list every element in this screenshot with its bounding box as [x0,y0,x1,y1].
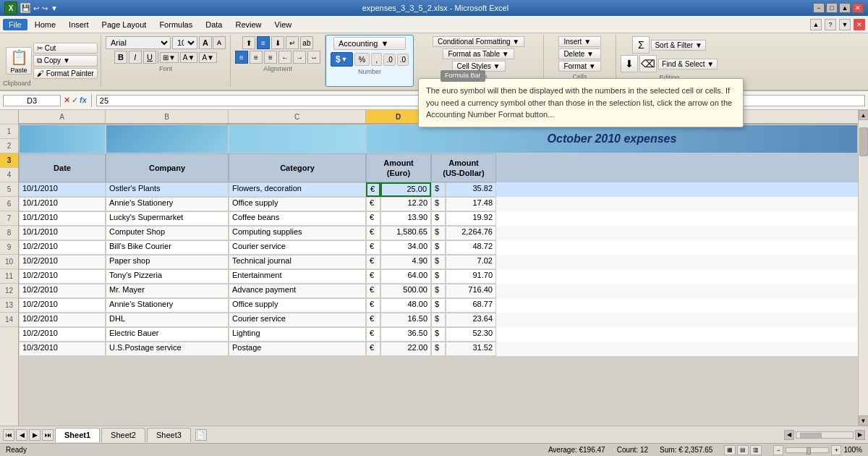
next-sheet-btn[interactable]: ▶ [29,429,41,441]
cell-e5[interactable]: 19.92 [446,211,496,226]
zoom-in-btn[interactable]: + [831,445,841,455]
page-break-view-btn[interactable]: ▥ [750,445,762,455]
ribbon-close-btn[interactable]: ✕ [854,19,865,30]
cell-d-euro-13[interactable]: € [366,327,380,342]
h-scroll-thumb[interactable] [800,433,822,439]
cell-c7[interactable]: Courier service [229,240,366,255]
undo-btn[interactable]: ↩ [33,4,39,12]
page-layout-menu[interactable]: Page Layout [96,19,153,30]
cell-b10[interactable]: Mr. Mayer [106,284,229,298]
autosum-btn[interactable]: Σ [632,36,650,54]
cell-e6[interactable]: 2,264.76 [446,226,496,240]
cell-a10[interactable]: 10/2/2010 [19,284,106,298]
cell-e-dollar-14[interactable]: $ [431,342,446,356]
orientation-btn[interactable]: ab [300,36,313,49]
cell-c12[interactable]: Courier service [229,313,366,327]
file-menu[interactable]: File [3,19,27,30]
cell-a4[interactable]: 10/1/2010 [19,197,106,211]
cell-e-dollar-4[interactable]: $ [431,197,446,211]
font-size-select[interactable]: 10 [172,36,197,49]
border-btn[interactable]: ⊞▼ [160,52,179,63]
cell-b7[interactable]: Bill's Bike Courier [106,240,229,255]
cell-d-euro-9[interactable]: € [366,269,380,284]
align-center-btn[interactable]: ≡ [250,51,263,64]
format-painter-btn[interactable]: 🖌 Format Painter [33,68,98,79]
cell-d10[interactable]: 500.00 [380,284,431,298]
cell-a5[interactable]: 10/1/2010 [19,211,106,226]
cell-a12[interactable]: 10/2/2010 [19,313,106,327]
increase-size-btn[interactable]: A [199,36,212,49]
cell-d-euro-14[interactable]: € [366,342,380,356]
merge-center-btn[interactable]: ↔ [307,51,320,64]
cell-e9[interactable]: 91.70 [446,269,496,284]
cell-e13[interactable]: 52.30 [446,327,496,342]
help-up-btn[interactable]: ▲ [810,19,822,30]
cell-a3[interactable]: 10/1/2010 [19,182,106,197]
zoom-slider-thumb[interactable] [807,447,811,455]
clear-btn[interactable]: ⌫ [639,55,657,72]
cell-b9[interactable]: Tony's Pizzeria [106,269,229,284]
header-category[interactable]: Category [229,153,366,182]
zoom-out-btn[interactable]: − [773,445,783,455]
insert-menu[interactable]: Insert [63,19,95,30]
cell-title-merged[interactable]: October 2010 expenses [366,124,858,153]
cell-d-euro-8[interactable]: € [366,255,380,269]
scroll-up-btn[interactable]: ▲ [859,110,869,120]
cell-e-dollar-12[interactable]: $ [431,313,446,327]
cell-e-dollar-6[interactable]: $ [431,226,446,240]
cell-b14[interactable]: U.S.Postage service [106,342,229,356]
cell-b5[interactable]: Lucky's Supermarket [106,211,229,226]
align-bottom-btn[interactable]: ⬇ [271,36,284,49]
cell-a11[interactable]: 10/2/2010 [19,298,106,313]
cell-e-dollar-13[interactable]: $ [431,327,446,342]
cell-d4[interactable]: 12.20 [380,197,431,211]
cell-d-euro-3[interactable]: € [366,182,380,197]
cell-d-euro-11[interactable]: € [366,298,380,313]
prev-sheet-btn[interactable]: ◀ [16,429,27,441]
cell-c3[interactable]: Flowers, decoration [229,182,366,197]
insert-function-icon[interactable]: fx [80,96,87,105]
cell-a9[interactable]: 10/2/2010 [19,269,106,284]
insert-sheet-btn[interactable]: 📄 [195,429,207,441]
cell-d-euro-6[interactable]: € [366,226,380,240]
cell-c6[interactable]: Computing supplies [229,226,366,240]
font-color-btn[interactable]: A▼ [199,52,217,63]
cell-a7[interactable]: 10/2/2010 [19,240,106,255]
cell-e7[interactable]: 48.72 [446,240,496,255]
formulas-menu[interactable]: Formulas [153,19,198,30]
cell-e-dollar-10[interactable]: $ [431,284,446,298]
cell-c8[interactable]: Technical journal [229,255,366,269]
col-a-header[interactable]: A [19,110,106,123]
cell-e14[interactable]: 31.52 [446,342,496,356]
format-cells-btn[interactable]: Format ▼ [558,61,600,72]
comma-btn[interactable]: , [371,53,382,66]
col-b-header[interactable]: B [106,110,229,123]
dollar-format-btn[interactable]: $ ▼ [331,52,353,67]
view-menu[interactable]: View [269,19,298,30]
cell-e10[interactable]: 716.40 [446,284,496,298]
cell-e-dollar-11[interactable]: $ [431,298,446,313]
col-c-header[interactable]: C [229,110,366,123]
header-amount-euro[interactable]: Amount(Euro) [366,153,431,182]
paste-btn[interactable]: 📋Paste [6,47,32,75]
delete-cells-btn[interactable]: Delete ▼ [558,48,600,59]
underline-btn[interactable]: U [143,51,156,64]
help-down-btn[interactable]: ▼ [839,19,851,30]
cell-d12[interactable]: 16.50 [380,313,431,327]
decrease-size-btn[interactable]: A [213,36,226,49]
cell-e12[interactable]: 23.64 [446,313,496,327]
cell-e-dollar-5[interactable]: $ [431,211,446,226]
cell-c4[interactable]: Office supply [229,197,366,211]
accounting-dropdown[interactable]: Accounting ▼ [333,37,406,50]
align-right-btn[interactable]: ≡ [264,51,277,64]
cell-d-euro-12[interactable]: € [366,313,380,327]
scroll-right-btn[interactable]: ▶ [855,430,865,440]
fill-btn[interactable]: ⬇ [621,55,638,72]
header-amount-usd[interactable]: Amount(US-Dollar) [431,153,496,182]
increase-decimal-btn[interactable]: .0 [383,54,395,66]
cell-d-euro-4[interactable]: € [366,197,380,211]
maximize-btn[interactable]: ▲ [839,3,851,13]
cell-b3[interactable]: Ostler's Plants [106,182,229,197]
cell-d9[interactable]: 64.00 [380,269,431,284]
cell-e4[interactable]: 17.48 [446,197,496,211]
